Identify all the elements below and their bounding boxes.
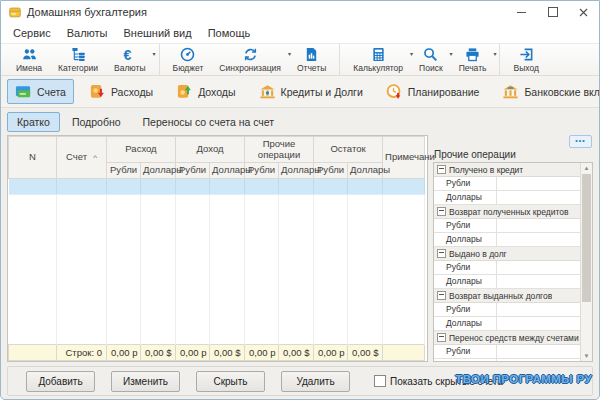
column-header-n[interactable]: N — [9, 137, 57, 179]
scroll-up-icon[interactable]: ▲ — [581, 163, 592, 173]
scroll-down-icon[interactable]: ▼ — [581, 351, 592, 361]
operation-group-row[interactable]: Получено в кредит — [434, 163, 581, 177]
subcolumn-header[interactable]: Доллары — [279, 163, 314, 179]
toolbar-report-button[interactable]: Отчеты — [289, 44, 334, 75]
currency-value-cell[interactable] — [497, 359, 581, 362]
collapse-icon[interactable] — [437, 249, 446, 258]
selected-row-cell[interactable] — [348, 179, 383, 195]
toolbar-search-button[interactable]: ▾Поиск — [411, 44, 451, 75]
currency-value-cell[interactable] — [497, 345, 581, 358]
tab-accounts[interactable]: Счета — [7, 79, 74, 104]
currency-value-cell[interactable] — [497, 275, 581, 288]
operation-currency-row[interactable]: Доллары — [434, 359, 581, 362]
selected-row-cell[interactable] — [141, 179, 176, 195]
toolbar-printer-button[interactable]: ▾Печать — [451, 44, 495, 75]
menu-item-3[interactable]: Помощь — [200, 27, 259, 39]
subcolumn-header[interactable]: Рубли — [314, 163, 348, 179]
selected-row-cell[interactable] — [176, 179, 210, 195]
subtab-0[interactable]: Кратко — [7, 112, 60, 132]
column-group-2[interactable]: Прочие операции — [245, 137, 314, 163]
selected-row-cell[interactable] — [210, 179, 245, 195]
menu-item-1[interactable]: Валюты — [59, 27, 116, 39]
toolbar-people-button[interactable]: Имена — [8, 44, 50, 75]
tab-label: Расходы — [111, 86, 153, 98]
chevron-down-icon[interactable]: ▾ — [493, 50, 496, 57]
tab-credits[interactable]: Кредиты и Долги — [251, 79, 371, 104]
subcolumn-header[interactable]: Доллары — [141, 163, 176, 179]
currency-value-cell[interactable] — [497, 177, 581, 190]
selected-row-cell[interactable] — [57, 179, 107, 195]
subcolumn-header[interactable]: Рубли — [107, 163, 141, 179]
operation-currency-row[interactable]: Рубли — [434, 261, 581, 275]
selected-row-cell[interactable] — [314, 179, 348, 195]
selected-empty-row[interactable] — [9, 179, 425, 195]
selected-row-cell[interactable] — [107, 179, 141, 195]
operation-currency-row[interactable]: Рубли — [434, 219, 581, 233]
operation-currency-row[interactable]: Доллары — [434, 275, 581, 289]
toolbar: ИменаКатегории€▾ВалютыБюджет▾Синхронизац… — [1, 44, 599, 76]
toolbar-euro-button[interactable]: €▾Валюты — [106, 44, 154, 75]
subcolumn-header[interactable]: Рубли — [176, 163, 210, 179]
tab-expenses[interactable]: Расходы — [81, 79, 161, 104]
column-group-0[interactable]: Расход — [107, 137, 176, 163]
accounts-table[interactable]: NСчет^РасходДоходПрочие операцииОстатокП… — [8, 136, 425, 361]
column-header-account[interactable]: Счет^ — [57, 137, 107, 179]
edit-button[interactable]: Изменить — [111, 371, 180, 392]
toolbar-categories-button[interactable]: Категории — [50, 44, 106, 75]
operation-currency-row[interactable]: Рубли — [434, 345, 581, 359]
scrollbar-thumb[interactable] — [582, 174, 591, 302]
subcolumn-header[interactable]: Доллары — [210, 163, 245, 179]
operation-currency-row[interactable]: Рубли — [434, 177, 581, 191]
operation-group-row[interactable]: Выдано в долг — [434, 247, 581, 261]
delete-button[interactable]: Удалить — [281, 371, 350, 392]
hide-button[interactable]: Скрыть — [196, 371, 265, 392]
toolbar-exit-button[interactable]: Выход — [505, 44, 546, 75]
panel-scrollbar[interactable]: ▲ ▼ — [580, 163, 592, 361]
subcolumn-header[interactable]: Доллары — [348, 163, 383, 179]
selected-row-cell[interactable] — [9, 179, 57, 195]
selected-row-cell[interactable] — [279, 179, 314, 195]
menu-item-2[interactable]: Внешний вид — [116, 27, 200, 39]
selected-row-cell[interactable] — [245, 179, 279, 195]
column-group-1[interactable]: Доход — [176, 137, 245, 163]
tab-planning[interactable]: Планирование — [378, 79, 488, 104]
operation-currency-row[interactable]: Доллары — [434, 317, 581, 331]
currency-value-cell[interactable] — [497, 191, 581, 204]
toolbar-calculator-button[interactable]: ▾Калькулятор — [345, 44, 411, 75]
currency-value-cell[interactable] — [497, 233, 581, 246]
operations-list: ▲ ▼ Получено в кредитРублиДолларыВозврат… — [433, 162, 593, 362]
collapse-icon[interactable] — [437, 165, 446, 174]
operation-currency-row[interactable]: Доллары — [434, 233, 581, 247]
subtab-2[interactable]: Переносы со счета на счет — [133, 112, 285, 132]
chevron-down-icon[interactable]: ▾ — [153, 50, 156, 57]
currency-value-cell[interactable] — [497, 261, 581, 274]
more-options-button[interactable]: ••• — [569, 135, 592, 148]
collapse-icon[interactable] — [437, 333, 446, 342]
add-button[interactable]: Добавить — [26, 371, 95, 392]
operation-group-row[interactable]: Возврат полученных кредитов — [434, 205, 581, 219]
currency-value-cell[interactable] — [497, 303, 581, 316]
operation-group-row[interactable]: Перенос средств между счетами — [434, 331, 581, 345]
close-button[interactable] — [568, 1, 599, 23]
selected-row-cell[interactable] — [383, 179, 425, 195]
minimize-button[interactable] — [506, 1, 537, 23]
collapse-icon[interactable] — [437, 207, 446, 216]
toolbar-sync-button[interactable]: ▾Синхронизация — [211, 44, 289, 75]
operation-group-row[interactable]: Возврат выданных долгов — [434, 289, 581, 303]
collapse-icon[interactable] — [437, 291, 446, 300]
maximize-button[interactable] — [537, 1, 568, 23]
currency-value-cell[interactable] — [497, 317, 581, 330]
currency-value-cell[interactable] — [497, 219, 581, 232]
checkbox-icon[interactable] — [374, 375, 386, 387]
tab-income[interactable]: Доходы — [168, 79, 243, 104]
toolbar-gauge-button[interactable]: Бюджет — [165, 44, 212, 75]
subcolumn-header[interactable]: Рубли — [245, 163, 279, 179]
operation-currency-row[interactable]: Доллары — [434, 191, 581, 205]
menu-item-0[interactable]: Сервис — [5, 27, 59, 39]
tab-deposits[interactable]: Банковские вклады — [494, 79, 600, 104]
column-header-account-label: Счет — [66, 151, 87, 162]
subtab-1[interactable]: Подробно — [62, 112, 131, 132]
table-header-row: NСчет^РасходДоходПрочие операцииОстатокП… — [9, 137, 425, 163]
column-group-3[interactable]: Остаток — [314, 137, 383, 163]
operation-currency-row[interactable]: Рубли — [434, 303, 581, 317]
